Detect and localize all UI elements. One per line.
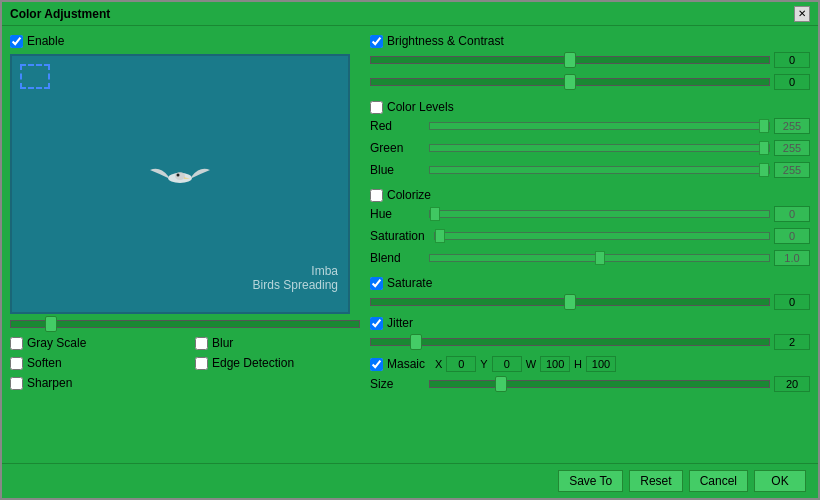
edge-detection-label: Edge Detection — [212, 356, 294, 370]
jitter-label: Jitter — [387, 316, 413, 330]
masaic-size-value[interactable] — [774, 376, 810, 392]
red-value — [774, 118, 810, 134]
color-levels-checkbox[interactable] — [370, 101, 383, 114]
saturate-label: Saturate — [387, 276, 432, 290]
brightness-contrast-checkbox[interactable] — [370, 35, 383, 48]
colorize-row: Colorize — [370, 188, 810, 202]
color-adjustment-dialog: Color Adjustment ✕ Enable — [0, 0, 820, 500]
red-label: Red — [370, 119, 425, 133]
close-button[interactable]: ✕ — [794, 6, 810, 22]
masaic-size-label: Size — [370, 377, 425, 391]
right-panel: Brightness & Contrast Color Levels Red — [370, 34, 810, 455]
contrast-slider-row — [370, 74, 810, 90]
masaic-h-label: H — [574, 358, 582, 370]
masaic-section-row: Masaic X Y W H — [370, 356, 810, 372]
contrast-value[interactable] — [774, 74, 810, 90]
masaic-h-input[interactable] — [586, 356, 616, 372]
saturate-slider-row — [370, 294, 810, 310]
soften-label: Soften — [27, 356, 62, 370]
masaic-label: Masaic — [387, 357, 425, 371]
saturate-value[interactable] — [774, 294, 810, 310]
hue-slider-row: Hue — [370, 206, 810, 222]
masaic-size-slider[interactable] — [429, 380, 770, 388]
title-bar: Color Adjustment ✕ — [2, 2, 818, 26]
saturation-label: Saturation — [370, 229, 430, 243]
colorize-label: Colorize — [387, 188, 431, 202]
gray-scale-checkbox[interactable] — [10, 337, 23, 350]
enable-label: Enable — [27, 34, 64, 48]
masaic-checkbox[interactable] — [370, 358, 383, 371]
masaic-w-input[interactable] — [540, 356, 570, 372]
red-slider — [429, 122, 770, 130]
save-to-button[interactable]: Save To — [558, 470, 623, 492]
brightness-value[interactable] — [774, 52, 810, 68]
blend-label: Blend — [370, 251, 425, 265]
hue-label: Hue — [370, 207, 425, 221]
watermark: Imba Birds Spreading — [253, 264, 338, 292]
color-levels-label: Color Levels — [387, 100, 454, 114]
brightness-contrast-row: Brightness & Contrast — [370, 34, 810, 48]
blur-row: Blur — [195, 336, 360, 350]
masaic-x-label: X — [435, 358, 442, 370]
masaic-y-label: Y — [480, 358, 487, 370]
soften-checkbox[interactable] — [10, 357, 23, 370]
jitter-value[interactable] — [774, 334, 810, 350]
svg-point-2 — [177, 174, 180, 177]
cancel-button[interactable]: Cancel — [689, 470, 748, 492]
color-levels-row: Color Levels — [370, 100, 810, 114]
blue-slider-row: Blue — [370, 162, 810, 178]
saturate-checkbox[interactable] — [370, 277, 383, 290]
bird-image — [140, 148, 220, 208]
blue-label: Blue — [370, 163, 425, 177]
edge-detection-checkbox[interactable] — [195, 357, 208, 370]
contrast-slider[interactable] — [370, 78, 770, 86]
main-content: Enable Imba — [2, 26, 818, 463]
hue-value — [774, 206, 810, 222]
blend-slider-row: Blend — [370, 250, 810, 266]
preview-image: Imba Birds Spreading — [12, 56, 348, 312]
saturation-slider-row: Saturation — [370, 228, 810, 244]
blur-checkbox[interactable] — [195, 337, 208, 350]
sharpen-checkbox[interactable] — [10, 377, 23, 390]
saturate-section-row: Saturate — [370, 276, 810, 290]
gray-scale-row: Gray Scale — [10, 336, 175, 350]
enable-row: Enable — [10, 34, 360, 48]
saturation-value — [774, 228, 810, 244]
masaic-w-label: W — [526, 358, 536, 370]
footer: Save To Reset Cancel OK — [2, 463, 818, 498]
green-slider — [429, 144, 770, 152]
saturation-slider — [434, 232, 770, 240]
soften-row: Soften — [10, 356, 175, 370]
preview-slider-row — [10, 320, 360, 328]
masaic-x-input[interactable] — [446, 356, 476, 372]
jitter-slider-row — [370, 334, 810, 350]
preview-slider[interactable] — [10, 320, 360, 328]
jitter-checkbox[interactable] — [370, 317, 383, 330]
colorize-checkbox[interactable] — [370, 189, 383, 202]
ok-button[interactable]: OK — [754, 470, 806, 492]
green-value — [774, 140, 810, 156]
brightness-slider-row — [370, 52, 810, 68]
selection-box — [20, 64, 50, 89]
svg-point-1 — [175, 172, 185, 180]
saturate-slider[interactable] — [370, 298, 770, 306]
green-slider-row: Green — [370, 140, 810, 156]
checkboxes-grid: Gray Scale Blur Soften Edge Detection Sh… — [10, 336, 360, 390]
jitter-slider[interactable] — [370, 338, 770, 346]
masaic-y-input[interactable] — [492, 356, 522, 372]
brightness-slider[interactable] — [370, 56, 770, 64]
sharpen-row: Sharpen — [10, 376, 175, 390]
masaic-size-row: Size — [370, 376, 810, 392]
gray-scale-label: Gray Scale — [27, 336, 86, 350]
preview-area: Imba Birds Spreading — [10, 54, 350, 314]
enable-checkbox[interactable] — [10, 35, 23, 48]
hue-slider — [429, 210, 770, 218]
reset-button[interactable]: Reset — [629, 470, 682, 492]
sharpen-label: Sharpen — [27, 376, 72, 390]
green-label: Green — [370, 141, 425, 155]
red-slider-row: Red — [370, 118, 810, 134]
brightness-contrast-label: Brightness & Contrast — [387, 34, 504, 48]
blend-value — [774, 250, 810, 266]
blue-value — [774, 162, 810, 178]
jitter-section-row: Jitter — [370, 316, 810, 330]
